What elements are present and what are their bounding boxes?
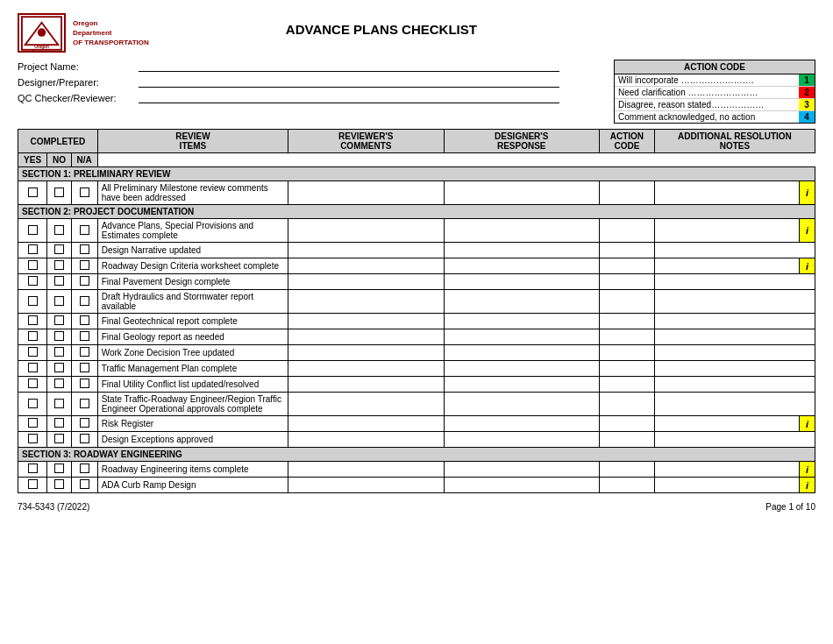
yes-checkbox-1-9[interactable]: [18, 377, 47, 393]
designer-response-2-1[interactable]: [444, 478, 599, 493]
na-checkbox-1-1[interactable]: [71, 243, 97, 258]
additional-notes-1-12[interactable]: [654, 432, 815, 448]
info-icon-2-1[interactable]: i: [799, 478, 815, 492]
reviewer-comments-1-12[interactable]: [288, 432, 444, 448]
designer-response-1-5[interactable]: [444, 314, 599, 329]
yes-checkbox-1-2[interactable]: [18, 258, 47, 274]
no-checkbox-2-1[interactable]: [47, 478, 71, 493]
action-code-1-8[interactable]: [599, 361, 654, 377]
action-code-1-2[interactable]: [599, 258, 654, 274]
reviewer-comments-1-7[interactable]: [288, 345, 444, 361]
additional-notes-1-8[interactable]: [654, 361, 815, 377]
no-checkbox-1-1[interactable]: [47, 243, 71, 258]
na-checkbox-1-6[interactable]: [71, 329, 97, 345]
na-checkbox-1-12[interactable]: [71, 432, 97, 448]
info-icon-2-0[interactable]: i: [799, 462, 815, 477]
na-checkbox-1-2[interactable]: [71, 258, 97, 274]
no-checkbox-1-2[interactable]: [47, 258, 71, 274]
yes-checkbox-1-5[interactable]: [18, 314, 47, 329]
no-checkbox-1-12[interactable]: [47, 432, 71, 448]
na-checkbox-0-0[interactable]: [71, 181, 97, 205]
additional-notes-1-2[interactable]: i: [654, 258, 815, 274]
designer-response-1-1[interactable]: [444, 243, 599, 258]
action-code-1-1[interactable]: [599, 243, 654, 258]
no-checkbox-1-10[interactable]: [47, 393, 71, 416]
action-code-1-4[interactable]: [599, 290, 654, 314]
action-code-1-0[interactable]: [599, 219, 654, 243]
reviewer-comments-1-9[interactable]: [288, 377, 444, 393]
na-checkbox-1-8[interactable]: [71, 361, 97, 377]
no-checkbox-2-0[interactable]: [47, 462, 71, 478]
reviewer-comments-1-6[interactable]: [288, 329, 444, 345]
designer-response-1-3[interactable]: [444, 274, 599, 290]
yes-checkbox-1-12[interactable]: [18, 432, 47, 448]
designer-response-1-11[interactable]: [444, 416, 599, 432]
additional-notes-1-6[interactable]: [654, 329, 815, 345]
info-icon-1-0[interactable]: i: [799, 219, 815, 242]
yes-checkbox-0-0[interactable]: [18, 181, 47, 205]
yes-checkbox-1-4[interactable]: [18, 290, 47, 314]
info-icon-0-0[interactable]: i: [799, 181, 815, 204]
additional-notes-1-11[interactable]: i: [654, 416, 815, 432]
yes-checkbox-2-1[interactable]: [18, 478, 47, 493]
na-checkbox-1-3[interactable]: [71, 274, 97, 290]
yes-checkbox-1-6[interactable]: [18, 329, 47, 345]
additional-notes-1-3[interactable]: [654, 274, 815, 290]
na-checkbox-2-1[interactable]: [71, 478, 97, 493]
no-checkbox-1-11[interactable]: [47, 416, 71, 432]
reviewer-comments-1-3[interactable]: [288, 274, 444, 290]
designer-response-1-2[interactable]: [444, 258, 599, 274]
na-checkbox-1-11[interactable]: [71, 416, 97, 432]
action-code-1-11[interactable]: [599, 416, 654, 432]
designer-response-1-12[interactable]: [444, 432, 599, 448]
no-checkbox-1-3[interactable]: [47, 274, 71, 290]
designer-response-1-9[interactable]: [444, 377, 599, 393]
na-checkbox-1-0[interactable]: [71, 219, 97, 243]
na-checkbox-1-9[interactable]: [71, 377, 97, 393]
additional-notes-1-0[interactable]: i: [654, 219, 815, 243]
no-checkbox-1-5[interactable]: [47, 314, 71, 329]
additional-notes-2-0[interactable]: i: [654, 462, 815, 478]
yes-checkbox-1-10[interactable]: [18, 393, 47, 416]
reviewer-comments-1-8[interactable]: [288, 361, 444, 377]
na-checkbox-1-10[interactable]: [71, 393, 97, 416]
yes-checkbox-1-0[interactable]: [18, 219, 47, 243]
additional-notes-1-5[interactable]: [654, 314, 815, 329]
reviewer-comments-1-2[interactable]: [288, 258, 444, 274]
reviewer-comments-1-1[interactable]: [288, 243, 444, 258]
no-checkbox-1-7[interactable]: [47, 345, 71, 361]
designer-response-2-0[interactable]: [444, 462, 599, 478]
action-code-2-1[interactable]: [599, 478, 654, 493]
yes-checkbox-2-0[interactable]: [18, 462, 47, 478]
no-checkbox-0-0[interactable]: [47, 181, 71, 205]
reviewer-comments-1-11[interactable]: [288, 416, 444, 432]
yes-checkbox-1-7[interactable]: [18, 345, 47, 361]
additional-notes-1-1[interactable]: [654, 243, 815, 258]
designer-response-1-4[interactable]: [444, 290, 599, 314]
na-checkbox-1-7[interactable]: [71, 345, 97, 361]
action-code-1-9[interactable]: [599, 377, 654, 393]
designer-preparer-input[interactable]: [139, 75, 559, 88]
action-code-0-0[interactable]: [599, 181, 654, 205]
action-code-1-12[interactable]: [599, 432, 654, 448]
additional-notes-1-10[interactable]: [654, 393, 815, 416]
yes-checkbox-1-3[interactable]: [18, 274, 47, 290]
yes-checkbox-1-8[interactable]: [18, 361, 47, 377]
additional-notes-1-9[interactable]: [654, 377, 815, 393]
no-checkbox-1-0[interactable]: [47, 219, 71, 243]
yes-checkbox-1-1[interactable]: [18, 243, 47, 258]
reviewer-comments-1-10[interactable]: [288, 393, 444, 416]
reviewer-comments-2-1[interactable]: [288, 478, 444, 493]
reviewer-comments-1-5[interactable]: [288, 314, 444, 329]
no-checkbox-1-9[interactable]: [47, 377, 71, 393]
action-code-1-10[interactable]: [599, 393, 654, 416]
no-checkbox-1-8[interactable]: [47, 361, 71, 377]
reviewer-comments-2-0[interactable]: [288, 462, 444, 478]
yes-checkbox-1-11[interactable]: [18, 416, 47, 432]
no-checkbox-1-6[interactable]: [47, 329, 71, 345]
additional-notes-1-4[interactable]: [654, 290, 815, 314]
additional-notes-2-1[interactable]: i: [654, 478, 815, 493]
na-checkbox-1-5[interactable]: [71, 314, 97, 329]
reviewer-comments-0-0[interactable]: [288, 181, 444, 205]
designer-response-1-6[interactable]: [444, 329, 599, 345]
